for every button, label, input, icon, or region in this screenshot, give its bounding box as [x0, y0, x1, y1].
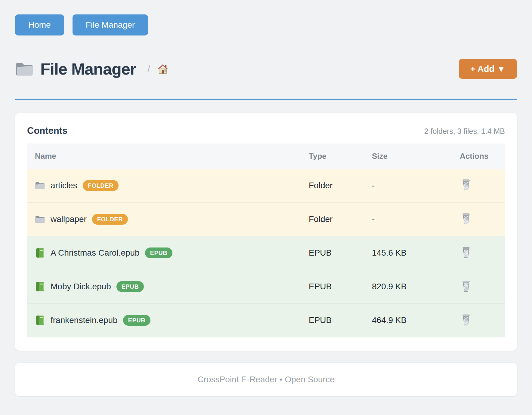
type-badge: FOLDER	[92, 214, 128, 225]
trash-icon	[462, 213, 471, 225]
column-header-type: Type	[309, 143, 372, 169]
folder-icon	[35, 214, 45, 224]
column-header-actions: Actions	[460, 143, 505, 169]
file-type: Folder	[309, 202, 372, 236]
add-button[interactable]: + Add ▼	[459, 59, 517, 79]
page: Home File Manager File Manager / + Add ▼…	[0, 0, 532, 396]
contents-heading: Contents	[27, 125, 67, 136]
file-type: EPUB	[309, 303, 372, 337]
type-badge: EPUB	[145, 247, 173, 258]
home-button[interactable]: Home	[15, 14, 64, 35]
file-table: Name Type Size Actions articles FOLDER F…	[27, 143, 505, 337]
book-icon	[35, 281, 45, 292]
file-type: EPUB	[309, 270, 372, 303]
file-size: 464.9 KB	[372, 303, 460, 337]
table-row: Moby Dick.epub EPUB EPUB 820.9 KB	[27, 270, 505, 303]
type-badge: EPUB	[123, 315, 151, 326]
page-header: File Manager / + Add ▼	[15, 59, 517, 79]
file-manager-button[interactable]: File Manager	[73, 14, 148, 35]
file-size: -	[372, 169, 460, 202]
contents-card: Contents 2 folders, 3 files, 1.4 MB Name…	[15, 113, 517, 351]
house-icon[interactable]	[157, 63, 169, 75]
column-header-size: Size	[372, 143, 460, 169]
top-nav: Home File Manager	[15, 14, 517, 35]
file-size: -	[372, 202, 460, 236]
table-row: frankenstein.epub EPUB EPUB 464.9 KB	[27, 303, 505, 337]
book-icon	[35, 248, 45, 258]
delete-button[interactable]	[460, 212, 472, 227]
delete-button[interactable]	[460, 313, 472, 328]
contents-summary: 2 folders, 3 files, 1.4 MB	[424, 127, 505, 136]
file-name[interactable]: articles	[51, 181, 77, 190]
breadcrumb-separator: /	[147, 63, 150, 75]
trash-icon	[462, 281, 471, 292]
book-icon	[35, 315, 45, 325]
delete-button[interactable]	[460, 279, 472, 294]
table-row: A Christmas Carol.epub EPUB EPUB 145.6 K…	[27, 236, 505, 270]
trash-icon	[462, 179, 471, 191]
file-name[interactable]: A Christmas Carol.epub	[51, 248, 140, 258]
folder-icon	[35, 180, 45, 191]
title-group: File Manager /	[15, 60, 169, 78]
header-divider	[15, 99, 517, 100]
trash-icon	[462, 247, 471, 258]
trash-icon	[462, 314, 471, 326]
table-row: articles FOLDER Folder -	[27, 169, 505, 202]
file-name[interactable]: frankenstein.epub	[51, 315, 118, 325]
delete-button[interactable]	[460, 246, 472, 260]
file-size: 145.6 KB	[372, 236, 460, 270]
file-size: 820.9 KB	[372, 270, 460, 303]
type-badge: EPUB	[116, 281, 144, 292]
file-name[interactable]: wallpaper	[51, 214, 87, 224]
file-type: Folder	[309, 169, 372, 202]
footer-text: CrossPoint E-Reader • Open Source	[198, 375, 335, 384]
contents-card-header: Contents 2 folders, 3 files, 1.4 MB	[27, 125, 505, 136]
column-header-name: Name	[27, 143, 309, 169]
file-type: EPUB	[309, 236, 372, 270]
type-badge: FOLDER	[83, 180, 119, 191]
page-title: File Manager	[40, 60, 136, 78]
folder-icon	[15, 61, 34, 77]
file-name[interactable]: Moby Dick.epub	[51, 282, 111, 291]
table-header-row: Name Type Size Actions	[27, 143, 505, 169]
table-row: wallpaper FOLDER Folder -	[27, 202, 505, 236]
delete-button[interactable]	[460, 178, 472, 193]
footer-card: CrossPoint E-Reader • Open Source	[15, 363, 517, 396]
